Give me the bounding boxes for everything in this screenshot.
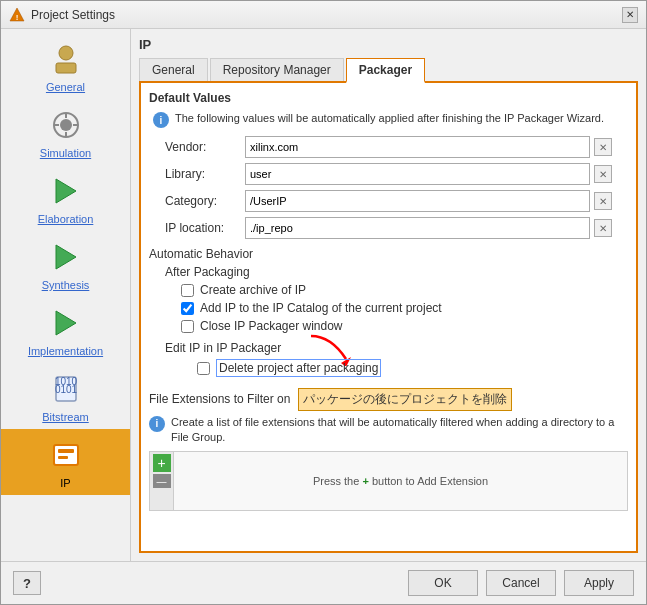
edit-ip-section: Edit IP in IP Packager Delete project af… — [149, 341, 628, 378]
ip-location-input[interactable] — [245, 217, 590, 239]
category-clear-button[interactable]: ✕ — [594, 192, 612, 210]
simulation-icon — [46, 105, 86, 145]
apply-button[interactable]: Apply — [564, 570, 634, 596]
synthesis-icon — [46, 237, 86, 277]
general-icon — [46, 39, 86, 79]
sidebar-item-bitstream[interactable]: 0101 1010 Bitstream — [1, 363, 130, 429]
close-window-row: Close IP Packager window — [149, 319, 628, 333]
tab-bar: General Repository Manager Packager — [139, 58, 638, 83]
ext-toolbar: + — — [150, 452, 174, 510]
window-icon: ! — [9, 7, 25, 23]
create-archive-label: Create archive of IP — [200, 283, 306, 297]
svg-text:1010: 1010 — [54, 376, 77, 387]
library-label: Library: — [165, 167, 245, 181]
file-ext-info-icon: i — [149, 416, 165, 432]
titlebar: ! Project Settings ✕ — [1, 1, 646, 29]
project-settings-window: ! Project Settings ✕ General — [0, 0, 647, 605]
delete-checkbox-row: Delete project after packaging — [181, 359, 381, 377]
ip-label: IP — [60, 477, 70, 489]
svg-marker-11 — [56, 245, 76, 269]
vendor-label: Vendor: — [165, 140, 245, 154]
ext-list-box: + — Press the + button to Add Extension — [149, 451, 628, 511]
auto-behavior-section: Automatic Behavior After Packaging Creat… — [149, 247, 628, 333]
sidebar-item-implementation[interactable]: Implementation — [1, 297, 130, 363]
ext-content-area: Press the + button to Add Extension — [174, 452, 627, 510]
info-text: The following values will be automatical… — [175, 111, 604, 126]
svg-marker-10 — [56, 179, 76, 203]
tab-content-packager: Default Values i The following values wi… — [139, 83, 638, 553]
file-ext-header: File Extensions to Filter on パッケージの後にプロジ… — [149, 388, 628, 411]
svg-text:!: ! — [16, 13, 19, 22]
bottom-right-buttons: OK Cancel Apply — [408, 570, 634, 596]
sidebar-item-synthesis[interactable]: Synthesis — [1, 231, 130, 297]
delete-project-checkbox[interactable] — [197, 362, 210, 375]
bitstream-label: Bitstream — [42, 411, 88, 423]
close-button[interactable]: ✕ — [622, 7, 638, 23]
elaboration-icon — [46, 171, 86, 211]
plus-icon: + — [362, 475, 371, 487]
bitstream-icon: 0101 1010 — [46, 369, 86, 409]
sidebar: General Simulation — [1, 29, 131, 561]
sidebar-item-general[interactable]: General — [1, 33, 130, 99]
vendor-field-row: Vendor: ✕ — [149, 136, 628, 158]
file-ext-label: File Extensions to Filter on — [149, 392, 290, 406]
svg-point-5 — [60, 119, 72, 131]
svg-rect-17 — [58, 449, 74, 453]
elaboration-label: Elaboration — [38, 213, 94, 225]
simulation-label: Simulation — [40, 147, 91, 159]
sidebar-item-elaboration[interactable]: Elaboration — [1, 165, 130, 231]
file-ext-section: File Extensions to Filter on パッケージの後にプロジ… — [149, 388, 628, 512]
category-label: Category: — [165, 194, 245, 208]
ip-location-label: IP location: — [165, 221, 245, 235]
cancel-button[interactable]: Cancel — [486, 570, 556, 596]
svg-rect-3 — [56, 63, 76, 73]
svg-point-2 — [59, 46, 73, 60]
japanese-tooltip: パッケージの後にプロジェクトを削除 — [298, 388, 512, 411]
implementation-icon — [46, 303, 86, 343]
ok-button[interactable]: OK — [408, 570, 478, 596]
ip-location-clear-button[interactable]: ✕ — [594, 219, 612, 237]
category-field-row: Category: ✕ — [149, 190, 628, 212]
file-ext-info: i Create a list of file extensions that … — [149, 415, 628, 446]
create-archive-checkbox[interactable] — [181, 284, 194, 297]
info-row: i The following values will be automatic… — [149, 111, 628, 128]
auto-behavior-title: Automatic Behavior — [149, 247, 628, 261]
add-to-catalog-label: Add IP to the IP Catalog of the current … — [200, 301, 442, 315]
ip-icon — [46, 435, 86, 475]
window-title: Project Settings — [31, 8, 622, 22]
svg-rect-16 — [54, 445, 78, 465]
ext-add-hint: Press the + button to Add Extension — [313, 475, 488, 487]
add-to-catalog-row: Add IP to the IP Catalog of the current … — [149, 301, 628, 315]
tab-repository[interactable]: Repository Manager — [210, 58, 344, 81]
category-input[interactable] — [245, 190, 590, 212]
ext-remove-button[interactable]: — — [153, 474, 171, 488]
panel-title: IP — [139, 37, 638, 52]
vendor-clear-button[interactable]: ✕ — [594, 138, 612, 156]
delete-project-label: Delete project after packaging — [216, 359, 381, 377]
library-input[interactable] — [245, 163, 590, 185]
tab-general[interactable]: General — [139, 58, 208, 81]
close-window-checkbox[interactable] — [181, 320, 194, 333]
create-archive-row: Create archive of IP — [149, 283, 628, 297]
sidebar-item-ip[interactable]: IP — [1, 429, 130, 495]
after-packaging-label: After Packaging — [165, 265, 628, 279]
edit-ip-title: Edit IP in IP Packager — [165, 341, 628, 355]
add-to-catalog-checkbox[interactable] — [181, 302, 194, 315]
svg-marker-12 — [56, 311, 76, 335]
bottom-bar: ? OK Cancel Apply — [1, 561, 646, 604]
main-content: General Simulation — [1, 29, 646, 561]
default-values-title: Default Values — [149, 91, 628, 105]
library-clear-button[interactable]: ✕ — [594, 165, 612, 183]
vendor-input[interactable] — [245, 136, 590, 158]
svg-rect-18 — [58, 456, 68, 459]
implementation-label: Implementation — [28, 345, 103, 357]
help-button[interactable]: ? — [13, 571, 41, 595]
close-window-label: Close IP Packager window — [200, 319, 343, 333]
tab-packager[interactable]: Packager — [346, 58, 425, 83]
ip-location-field-row: IP location: ✕ — [149, 217, 628, 239]
ext-add-button[interactable]: + — [153, 454, 171, 472]
general-label: General — [46, 81, 85, 93]
info-icon: i — [153, 112, 169, 128]
sidebar-item-simulation[interactable]: Simulation — [1, 99, 130, 165]
right-panel: IP General Repository Manager Packager D… — [131, 29, 646, 561]
